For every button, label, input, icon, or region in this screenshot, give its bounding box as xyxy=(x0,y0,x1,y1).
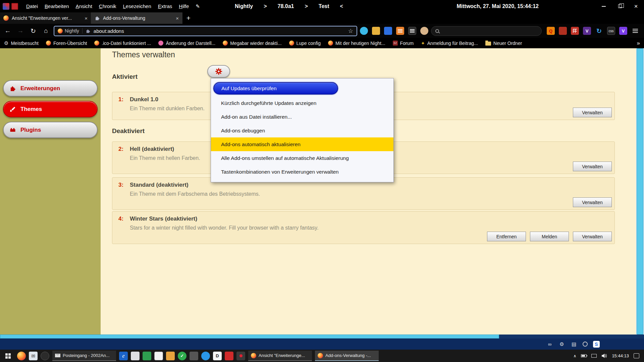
taskbar-button-addons-verwaltung[interactable]: Add-ons-Verwaltung -... xyxy=(315,351,379,361)
tray-clock[interactable]: 15:44:13 xyxy=(612,353,629,358)
v-addon-icon[interactable]: V xyxy=(583,27,591,35)
bookmark-ico-datei[interactable]: .ico-Datei funktioniert ... xyxy=(94,41,151,46)
pinned-app-icon[interactable] xyxy=(225,352,233,360)
manage-button[interactable]: Verwalten xyxy=(573,108,612,117)
tools-for-all-addons-button[interactable] xyxy=(207,65,230,78)
bookmarks-overflow-chevron[interactable]: » xyxy=(637,40,640,47)
sidebar-item-themes[interactable]: Themes xyxy=(3,101,98,117)
table-addon-icon[interactable] xyxy=(571,27,579,35)
menu-item-install-from-file[interactable]: Add-on aus Datei installieren... xyxy=(211,110,393,124)
grid-icon[interactable] xyxy=(396,27,404,35)
d-app-icon[interactable] xyxy=(213,352,222,360)
menu-ansicht[interactable]: Ansicht xyxy=(72,1,96,12)
menu-hilfe[interactable]: Hilfe xyxy=(175,1,192,12)
bookmark-meistbesucht[interactable]: ⚙Meistbesucht xyxy=(4,41,39,46)
reload-button[interactable]: ↻ xyxy=(28,27,38,35)
clock-icon[interactable] xyxy=(583,342,588,347)
bookmark-forum[interactable]: Forum xyxy=(393,41,414,46)
list-icon[interactable] xyxy=(408,27,416,35)
menu-item-check-updates[interactable]: Auf Updates überprüfen xyxy=(213,82,338,95)
bookmark-aenderung-darstellung[interactable]: Änderung der Darstell... xyxy=(158,41,215,46)
pinned-app-icon[interactable] xyxy=(143,352,151,360)
pinned-app-icon[interactable] xyxy=(236,352,245,360)
video-addon-icon[interactable]: V xyxy=(619,27,627,35)
url-text[interactable]: about:addons xyxy=(94,28,345,34)
red-addon-icon[interactable] xyxy=(559,27,567,35)
firefox-taskbar-icon[interactable] xyxy=(17,352,26,360)
new-tab-button[interactable]: + xyxy=(182,12,195,24)
pinned-app-icon[interactable] xyxy=(190,352,198,360)
menu-item-auto-update-addons[interactable]: Add-ons automatisch aktualisieren xyxy=(211,137,393,151)
taskbar-button-posteingang[interactable]: Posteingang - 2002An... xyxy=(52,351,116,361)
book-icon[interactable]: ▤ xyxy=(571,341,577,348)
close-button[interactable]: × xyxy=(628,0,644,12)
bookmark-foren-uebersicht[interactable]: Foren-Übersicht xyxy=(46,41,87,46)
bird-icon[interactable] xyxy=(360,27,368,35)
link-icon[interactable]: ∞ xyxy=(546,341,553,348)
vertical-scrollbar[interactable] xyxy=(636,48,644,335)
manage-button[interactable]: Verwalten xyxy=(573,232,612,241)
menu-item-reset-auto-update[interactable]: Alle Add-ons umstellen auf automatische … xyxy=(211,151,393,165)
refresh-addon-icon[interactable]: ↻ xyxy=(595,27,603,35)
horizontal-scrollbar-thumb[interactable] xyxy=(0,335,499,339)
menu-chronik[interactable]: Chronik xyxy=(96,1,120,12)
app-taskbar-icon[interactable] xyxy=(41,352,49,360)
menu-item-manage-shortcuts[interactable]: Tastenkombinationen von Erweiterungen ve… xyxy=(211,165,393,179)
bookmark-anmeldung[interactable]: ✦Anmeldung für Beitrag... xyxy=(421,41,478,46)
sidebar-item-plugins[interactable]: Plugins xyxy=(3,122,98,138)
search-bar[interactable] xyxy=(431,26,542,36)
pencil-icon[interactable]: ✎ xyxy=(196,3,200,9)
search-input[interactable] xyxy=(442,28,537,34)
start-button[interactable] xyxy=(2,350,14,362)
menu-datei[interactable]: Datei xyxy=(23,1,41,12)
tray-chevron-icon[interactable]: ∧ xyxy=(574,354,577,358)
manage-button[interactable]: Verwalten xyxy=(573,197,612,207)
bookmark-neuer-ordner[interactable]: Neuer Ordner xyxy=(485,41,522,46)
mail-taskbar-icon[interactable]: ✉ xyxy=(29,352,38,360)
remove-button[interactable]: Entfernen xyxy=(487,232,526,241)
bookmark-megabar[interactable]: Megabar wieder deakti... xyxy=(223,41,281,46)
manage-button[interactable]: Verwalten xyxy=(573,162,612,171)
vertical-scrollbar-thumb[interactable] xyxy=(637,48,643,335)
tab-erweiterungen-ansicht[interactable]: Ansicht "Erweiterungen ver... × xyxy=(0,12,91,24)
folder-icon[interactable] xyxy=(372,27,380,35)
back-button[interactable]: ← xyxy=(3,27,13,35)
blue-folder-icon[interactable] xyxy=(384,27,392,35)
menu-lesezeichen[interactable]: Lesezeichen xyxy=(120,1,155,12)
menu-extras[interactable]: Extras xyxy=(155,1,176,12)
menu-item-recent-updates[interactable]: Kürzlich durchgeführte Updates anzeigen xyxy=(211,96,393,110)
bookmark-star-icon[interactable]: ☆ xyxy=(348,27,353,35)
palette-icon[interactable] xyxy=(420,27,428,35)
network-icon[interactable] xyxy=(591,354,597,358)
css-addon-icon[interactable]: css xyxy=(607,27,615,35)
home-button[interactable]: ⌂ xyxy=(41,27,51,35)
pinned-folder-icon[interactable] xyxy=(166,352,175,360)
pinned-app-icon[interactable] xyxy=(154,352,163,360)
taskbar-button-ansicht-erweiterungen[interactable]: Ansicht "Erweiterunge... xyxy=(248,351,312,361)
app-menu-icon[interactable] xyxy=(631,27,639,35)
identity-chip[interactable]: Nightly xyxy=(58,28,83,34)
menu-bearbeiten[interactable]: Bearbeiten xyxy=(41,1,72,12)
restore-button[interactable] xyxy=(612,0,628,12)
bookmark-heutige-nightly[interactable]: Mit der heutigen Night... xyxy=(328,41,385,46)
forward-button[interactable]: → xyxy=(15,27,25,35)
report-button[interactable]: Melden xyxy=(530,232,569,241)
bookmark-lupe-config[interactable]: Lupe config xyxy=(289,41,321,46)
pinned-app-icon[interactable] xyxy=(201,352,210,360)
tab-addons-verwaltung[interactable]: Add-ons-Verwaltung × xyxy=(91,12,182,24)
horizontal-scrollbar[interactable] xyxy=(0,335,644,339)
menu-item-debug-addons[interactable]: Add-ons debuggen xyxy=(211,124,393,137)
q-addon-icon[interactable]: Q xyxy=(547,27,555,35)
pinned-app-icon[interactable] xyxy=(131,352,140,360)
url-bar[interactable]: Nightly about:addons ☆ xyxy=(54,26,357,36)
tab-close-icon[interactable]: × xyxy=(176,15,179,21)
s-app-icon[interactable]: S xyxy=(593,341,600,348)
battery-icon[interactable] xyxy=(581,354,587,357)
tab-close-icon[interactable]: × xyxy=(85,15,88,21)
speaker-icon[interactable] xyxy=(601,353,607,358)
gear-icon[interactable]: ⚙ xyxy=(558,341,565,348)
action-center-icon[interactable] xyxy=(634,353,639,358)
minimize-button[interactable] xyxy=(596,0,612,12)
antivirus-icon[interactable] xyxy=(178,352,186,360)
sidebar-item-erweiterungen[interactable]: Erweiterungen xyxy=(3,80,98,97)
